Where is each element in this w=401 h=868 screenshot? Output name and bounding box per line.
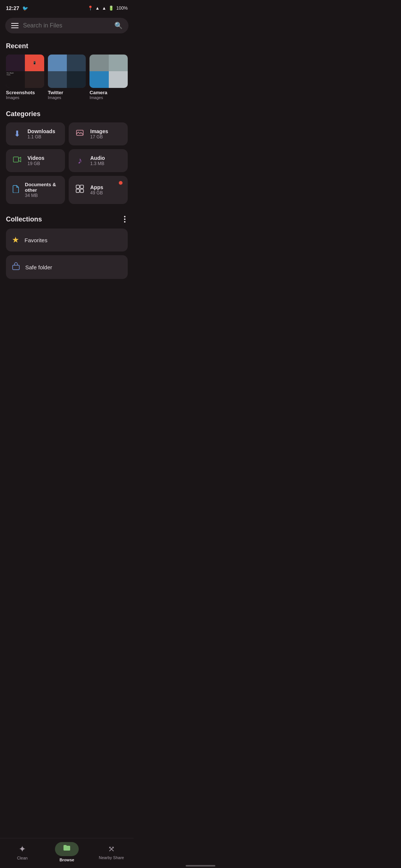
recent-screenshots-type: Images	[6, 95, 44, 100]
downloads-name: Downloads	[27, 128, 55, 134]
videos-size: 19 GB	[27, 161, 45, 166]
recent-item-screenshots[interactable]: 📱 Best AppleDeals Screenshots Images	[6, 55, 44, 100]
category-audio[interactable]: ♪ Audio 1.3 MB	[69, 149, 128, 172]
audio-size: 1.3 MB	[90, 161, 105, 166]
battery-percent: 100%	[116, 6, 128, 11]
search-input[interactable]	[23, 22, 110, 29]
downloads-size: 1.1 GB	[27, 134, 55, 139]
status-time: 12:27	[6, 5, 19, 11]
documents-size: 34 MB	[25, 193, 60, 198]
status-bar: 12:27 🐦 📍 ▲ ▲ 🔋 100%	[0, 0, 134, 15]
images-size: 17 GB	[90, 134, 108, 139]
location-icon: 📍	[88, 6, 93, 11]
apps-size: 49 GB	[90, 190, 103, 195]
categories-title: Categories	[0, 107, 134, 122]
svg-rect-5	[80, 189, 84, 193]
svg-rect-6	[13, 265, 19, 270]
svg-rect-3	[80, 185, 84, 188]
hamburger-menu[interactable]	[11, 23, 19, 28]
images-icon	[74, 129, 86, 139]
apps-name: Apps	[90, 184, 103, 190]
collection-favorites[interactable]: ★ Favorites	[6, 228, 128, 251]
documents-name: Documents & other	[25, 182, 60, 193]
categories-section: Categories ⬇ Downloads 1.1 GB Images	[0, 107, 134, 211]
recent-twitter-type: Images	[48, 95, 86, 100]
collection-safe-folder[interactable]: Safe folder	[6, 255, 128, 279]
videos-name: Videos	[27, 155, 45, 161]
images-name: Images	[90, 128, 108, 134]
category-apps[interactable]: Apps 49 GB	[69, 176, 128, 204]
favorites-name: Favorites	[25, 237, 48, 243]
recent-twitter-label: Twitter	[48, 90, 86, 95]
search-button[interactable]: 🔍	[114, 22, 123, 30]
category-documents[interactable]: Documents & other 34 MB	[6, 176, 65, 204]
favorites-icon: ★	[12, 235, 19, 245]
category-videos[interactable]: Videos 19 GB	[6, 149, 65, 172]
recent-item-twitter[interactable]: Twitter Images	[48, 55, 86, 100]
search-bar[interactable]: 🔍	[5, 18, 128, 33]
recent-title: Recent	[0, 39, 134, 55]
recent-camera-label: Camera	[89, 90, 128, 95]
documents-icon	[11, 185, 20, 195]
audio-icon: ♪	[74, 155, 86, 166]
apps-notification-dot	[119, 181, 123, 185]
recent-screenshots-label: Screenshots	[6, 90, 44, 95]
svg-rect-4	[76, 189, 79, 193]
svg-rect-2	[76, 185, 79, 188]
twitter-icon: 🐦	[22, 6, 28, 11]
collections-title: Collections	[6, 216, 42, 223]
battery-icon: 🔋	[108, 6, 114, 11]
status-icons: 📍 ▲ ▲ 🔋 100%	[88, 6, 128, 11]
downloads-icon: ⬇	[11, 129, 23, 139]
signal-icon: ▲	[102, 6, 106, 11]
audio-name: Audio	[90, 155, 105, 161]
recent-camera-type: Images	[89, 95, 128, 100]
svg-rect-1	[13, 157, 19, 162]
collections-section: Collections ★ Favorites Safe folder	[0, 211, 134, 279]
safe-folder-icon	[12, 262, 20, 272]
recent-item-camera[interactable]: Camera Images	[89, 55, 128, 100]
recent-grid: 📱 Best AppleDeals Screenshots Images	[0, 55, 134, 107]
recent-section: Recent 📱 Best AppleDeals Screenshots Ima…	[0, 39, 134, 107]
collections-more-button[interactable]	[122, 214, 128, 224]
category-images[interactable]: Images 17 GB	[69, 122, 128, 145]
category-downloads[interactable]: ⬇ Downloads 1.1 GB	[6, 122, 65, 145]
videos-icon	[11, 155, 23, 166]
categories-grid: ⬇ Downloads 1.1 GB Images 17 GB	[0, 122, 134, 211]
wifi-icon: ▲	[95, 6, 100, 11]
safe-folder-name: Safe folder	[25, 264, 52, 270]
apps-icon	[74, 185, 86, 195]
